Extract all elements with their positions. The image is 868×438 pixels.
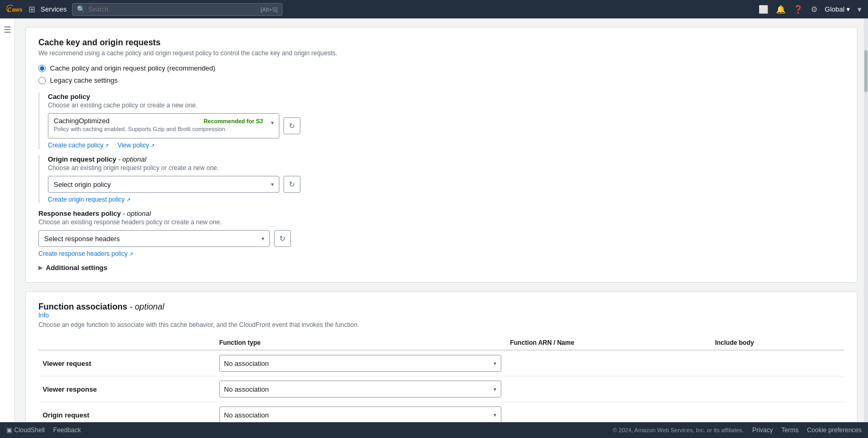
cache-policy-select-wrapper[interactable]: CachingOptimized Recommended for S3 Poli… <box>48 113 279 138</box>
table-row: Viewer response No association ▾ <box>38 376 844 402</box>
func-row-label-0: Viewer request <box>38 350 215 376</box>
services-nav[interactable]: Services <box>41 5 67 13</box>
func-select-arrow-2: ▾ <box>493 412 497 419</box>
response-headers-subsection: Response headers policy - optional Choos… <box>38 210 844 257</box>
terms-link[interactable]: Terms <box>781 426 799 434</box>
create-cache-policy-link[interactable]: Create cache policy ↗ <box>48 142 109 149</box>
response-headers-row: Select response headers ▾ ↻ <box>38 230 844 247</box>
func-body-cell-0 <box>711 350 844 376</box>
origin-policy-refresh[interactable]: ↻ <box>284 176 300 193</box>
settings-icon[interactable]: ⚙ <box>811 5 817 14</box>
radio-legacy-label: Legacy cache settings <box>50 76 118 84</box>
func-select-arrow-1: ▾ <box>493 386 497 393</box>
cache-policy-badge: Recommended for S3 <box>204 118 263 124</box>
info-link[interactable]: Info <box>38 312 844 319</box>
view-policy-link[interactable]: View policy ↗ <box>117 142 155 149</box>
origin-policy-select-wrapper[interactable]: Select origin policy ▾ <box>48 176 279 193</box>
nav-right: ⬜ 🔔 ❓ ⚙ Global ▾ ▾ <box>759 5 862 14</box>
external-link-icon-3: ↗ <box>126 197 130 203</box>
cache-policy-policy-desc: Policy with caching enabled. Supports Gz… <box>54 126 263 132</box>
bell-icon[interactable]: 🔔 <box>776 5 786 14</box>
cache-policy-value: CachingOptimized <box>54 117 109 125</box>
function-section-desc: Choose an edge function to associate wit… <box>38 321 844 328</box>
aws-logo[interactable]: aws <box>6 4 23 15</box>
origin-policy-optional: - optional <box>118 155 146 163</box>
grid-icon[interactable]: ⊞ <box>28 4 35 14</box>
feedback-label: Feedback <box>53 426 81 434</box>
radio-recommended-input[interactable] <box>38 65 46 72</box>
func-type-select-2[interactable]: No association ▾ <box>219 406 502 423</box>
origin-policy-links: Create origin request policy ↗ <box>48 196 844 203</box>
func-arn-cell-0 <box>506 350 711 376</box>
function-section: Function associations - optional Info Ch… <box>25 291 857 438</box>
cloudshell-label: CloudShell <box>14 426 45 434</box>
cache-section-desc: We recommend using a cache policy and or… <box>38 49 844 57</box>
col-include-body: Include body <box>711 336 844 350</box>
bottom-right: © 2024, Amazon Web Services, Inc. or its… <box>613 426 862 434</box>
cache-policy-title: Cache policy <box>48 93 844 101</box>
terminal-bottom-icon: ▣ <box>6 426 12 434</box>
radio-legacy-input[interactable] <box>38 77 46 84</box>
func-arn-cell-1 <box>506 376 711 402</box>
additional-settings-label: Additional settings <box>46 264 107 272</box>
cloudshell-button[interactable]: ▣ CloudShell <box>6 426 45 434</box>
search-bar[interactable]: 🔍 [Alt+S] <box>72 3 282 16</box>
cache-policy-select[interactable]: CachingOptimized Recommended for S3 Poli… <box>48 113 279 138</box>
svg-text:aws: aws <box>12 6 23 13</box>
bottom-bar: ▣ CloudShell Feedback © 2024, Amazon Web… <box>0 422 868 438</box>
col-arn-name: Function ARN / Name <box>506 336 711 350</box>
response-headers-select[interactable]: Select response headers <box>38 230 270 247</box>
func-select-arrow-0: ▾ <box>493 360 497 367</box>
radio-recommended[interactable]: Cache policy and origin request policy (… <box>38 64 844 72</box>
cache-radio-group: Cache policy and origin request policy (… <box>38 64 844 84</box>
additional-settings-toggle[interactable]: ▶ Additional settings <box>38 264 844 272</box>
function-section-title: Function associations - optional Info <box>38 302 844 319</box>
origin-policy-desc: Choose an existing origin request policy… <box>48 164 844 172</box>
response-headers-optional: - optional <box>123 210 150 217</box>
top-navigation: aws ⊞ Services 🔍 [Alt+S] ⬜ 🔔 ❓ ⚙ Global … <box>0 0 868 18</box>
col-empty <box>38 336 215 350</box>
col-function-type: Function type <box>215 336 506 350</box>
response-headers-select-wrapper[interactable]: Select response headers ▾ <box>38 230 270 247</box>
cache-policy-links: Create cache policy ↗ View policy ↗ <box>48 142 844 149</box>
support-icon[interactable]: ▾ <box>857 5 862 14</box>
function-title-separator: - <box>129 302 135 311</box>
create-origin-policy-link[interactable]: Create origin request policy ↗ <box>48 196 130 203</box>
cache-policy-desc: Choose an existing cache policy or creat… <box>48 102 844 109</box>
radio-recommended-label: Cache policy and origin request policy (… <box>50 64 215 72</box>
terminal-icon[interactable]: ⬜ <box>759 5 769 14</box>
region-selector[interactable]: Global ▾ <box>825 5 850 13</box>
func-type-select-0[interactable]: No association ▾ <box>219 355 502 372</box>
cache-policy-refresh[interactable]: ↻ <box>284 117 300 134</box>
func-type-cell-1[interactable]: No association ▾ <box>215 376 506 402</box>
privacy-link[interactable]: Privacy <box>752 426 773 434</box>
chevron-right-icon: ▶ <box>38 264 43 271</box>
func-type-select-1[interactable]: No association ▾ <box>219 381 502 397</box>
response-headers-desc: Choose an existing response headers poli… <box>38 218 844 226</box>
help-icon[interactable]: ❓ <box>793 5 803 14</box>
external-link-icon-2: ↗ <box>150 143 155 148</box>
origin-policy-select[interactable]: Select origin policy <box>48 176 279 193</box>
func-type-cell-0[interactable]: No association ▾ <box>215 350 506 376</box>
feedback-button[interactable]: Feedback <box>53 426 81 434</box>
external-link-icon-1: ↗ <box>105 143 109 148</box>
origin-policy-title: Origin request policy - optional <box>48 155 844 163</box>
function-info-link[interactable]: Info <box>38 312 844 319</box>
origin-policy-row: Select origin policy ▾ ↻ <box>48 176 844 193</box>
response-headers-refresh[interactable]: ↻ <box>274 230 291 247</box>
table-row: Viewer request No association ▾ <box>38 350 844 376</box>
scrollbar[interactable] <box>864 18 868 422</box>
search-input[interactable] <box>88 6 257 13</box>
cache-policy-subsection: Cache policy Choose an existing cache po… <box>38 93 844 149</box>
cache-section-title: Cache key and origin requests <box>38 38 844 47</box>
cache-policy-row: CachingOptimized Recommended for S3 Poli… <box>48 113 844 138</box>
create-response-headers-link[interactable]: Create response headers policy ↗ <box>38 250 133 257</box>
scrollbar-thumb[interactable] <box>864 50 867 92</box>
external-link-icon-4: ↗ <box>129 251 133 257</box>
search-shortcut: [Alt+S] <box>260 6 278 13</box>
radio-legacy[interactable]: Legacy cache settings <box>38 76 844 84</box>
response-headers-title: Response headers policy - optional <box>38 210 844 217</box>
sidebar-toggle[interactable]: ☰ <box>0 18 15 438</box>
cookie-link[interactable]: Cookie preferences <box>807 426 862 434</box>
response-headers-links: Create response headers policy ↗ <box>38 250 844 257</box>
